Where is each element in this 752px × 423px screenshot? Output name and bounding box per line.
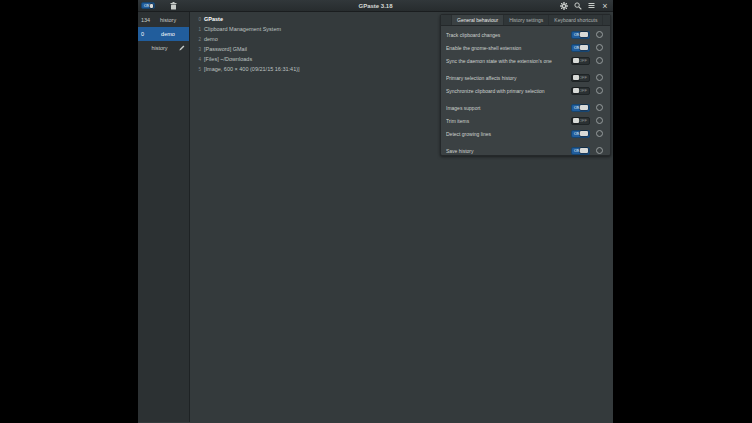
switch-state: OFF (579, 59, 587, 63)
setting-label: Detect growing lines (446, 131, 571, 137)
reset-button[interactable] (596, 87, 603, 94)
sidebar-history-item[interactable]: 134history (138, 13, 189, 27)
edit-history-button[interactable] (178, 44, 186, 52)
settings-body: Track clipboard changesONEnable the gnom… (441, 26, 610, 157)
switch-knob (580, 131, 588, 136)
reset-button[interactable] (596, 117, 603, 124)
settings-group: Track clipboard changesONEnable the gnom… (441, 28, 610, 67)
history-item-label: history (150, 17, 186, 23)
clipboard-item-text: [Image, 600 × 400 (09/21/15 16:31:41)] (204, 66, 300, 72)
setting-label: Synchronize clipboard with primary selec… (446, 88, 571, 94)
reset-button[interactable] (596, 130, 603, 137)
reset-button[interactable] (596, 57, 603, 64)
setting-row: Trim itemsOFF (441, 114, 610, 127)
pencil-icon (179, 45, 185, 51)
menu-button[interactable] (586, 1, 597, 11)
history-item-count: 134 (141, 17, 150, 23)
switch-state: OFF (579, 89, 587, 93)
clipboard-item-index: 2 (197, 37, 201, 42)
tab-general-behaviour[interactable]: General behaviour (451, 15, 504, 25)
close-icon: × (602, 1, 607, 11)
history-item-count: 0 (141, 31, 150, 37)
reset-button[interactable] (596, 31, 603, 38)
titlebar: GPaste 3.18 ON (138, 0, 613, 12)
empty-history-button[interactable] (168, 1, 179, 11)
switch-state: OFF (579, 119, 587, 123)
search-icon (574, 2, 582, 10)
desktop-background: { "colors": { "accent": "#215d9c", "wind… (0, 0, 752, 423)
clipboard-item-text: Clipboard Management System (204, 26, 281, 32)
gpaste-window: GPaste 3.18 ON (138, 0, 613, 423)
setting-row: Detect growing linesON (441, 127, 610, 140)
clipboard-item-text: [Password] GMail (204, 46, 247, 52)
setting-row: Enable the gnome-shell extensionON (441, 41, 610, 54)
sidebar-history-item[interactable]: 0demo (138, 27, 189, 41)
setting-label: Track clipboard changes (446, 32, 571, 38)
switch-knob (580, 32, 588, 37)
setting-label: Sync the daemon state with the extension… (446, 58, 571, 64)
setting-switch[interactable]: OFF (571, 117, 590, 125)
switch-state: OFF (579, 76, 587, 80)
trash-icon (170, 2, 177, 10)
switch-knob (580, 148, 588, 153)
settings-tabs: General behaviourHistory settingsKeyboar… (441, 15, 610, 26)
setting-switch[interactable]: OFF (571, 87, 590, 95)
setting-switch[interactable]: ON (571, 44, 590, 52)
reset-button[interactable] (596, 104, 603, 111)
window-title: GPaste 3.18 (138, 0, 613, 12)
setting-row: Images supportON (441, 101, 610, 114)
menu-icon (588, 2, 595, 9)
titlebar-left-controls: ON (141, 1, 179, 11)
setting-row: Synchronize clipboard with primary selec… (441, 84, 610, 97)
tab-history-settings[interactable]: History settings (504, 15, 549, 25)
new-history-input[interactable] (141, 45, 178, 51)
switch-knob (150, 4, 153, 8)
setting-label: Enable the gnome-shell extension (446, 45, 571, 51)
clipboard-item-text: GPaste (204, 16, 223, 22)
setting-switch[interactable]: OFF (571, 74, 590, 82)
reset-button[interactable] (596, 147, 603, 154)
settings-group: Images supportONTrim itemsOFFDetect grow… (441, 101, 610, 140)
clipboard-item-index: 4 (197, 57, 201, 62)
settings-group: Save historyON (441, 144, 610, 157)
setting-row: Save historyON (441, 144, 610, 157)
clipboard-item-index: 0 (197, 17, 201, 22)
search-button[interactable] (572, 1, 583, 11)
history-item-label: demo (150, 31, 186, 37)
switch-knob (580, 45, 588, 50)
new-history-row (138, 41, 189, 55)
setting-label: Primary selection affects history (446, 75, 571, 81)
settings-group: Primary selection affects historyOFFSync… (441, 71, 610, 97)
setting-label: Images support (446, 105, 571, 111)
reset-button[interactable] (596, 44, 603, 51)
setting-switch[interactable]: ON (571, 31, 590, 39)
settings-button[interactable] (558, 1, 569, 11)
clipboard-item-text: demo (204, 36, 218, 42)
clipboard-item-index: 5 (197, 67, 201, 72)
clipboard-item-text: [Files] ~/Downloads (204, 56, 252, 62)
track-changes-switch[interactable]: ON (141, 2, 155, 9)
setting-switch[interactable]: ON (571, 147, 590, 155)
close-button[interactable]: × (600, 1, 610, 11)
sidebar-history-list: 134history0demo (138, 13, 189, 41)
setting-switch[interactable]: ON (571, 130, 590, 138)
titlebar-right-controls: × (558, 1, 610, 11)
gear-icon (560, 2, 568, 10)
setting-row: Primary selection affects historyOFF (441, 71, 610, 84)
clipboard-item-index: 1 (197, 27, 201, 32)
reset-button[interactable] (596, 74, 603, 81)
tab-keyboard-shortcuts[interactable]: Keyboard shortcuts (549, 15, 603, 25)
setting-label: Trim items (446, 118, 571, 124)
clipboard-item-index: 3 (197, 47, 201, 52)
setting-label: Save history (446, 148, 571, 154)
setting-switch[interactable]: OFF (571, 57, 590, 65)
settings-panel: General behaviourHistory settingsKeyboar… (440, 14, 611, 156)
setting-switch[interactable]: ON (571, 104, 590, 112)
sidebar: 134history0demo (138, 12, 190, 422)
switch-knob (580, 105, 588, 110)
setting-row: Track clipboard changesON (441, 28, 610, 41)
setting-row: Sync the daemon state with the extension… (441, 54, 610, 67)
